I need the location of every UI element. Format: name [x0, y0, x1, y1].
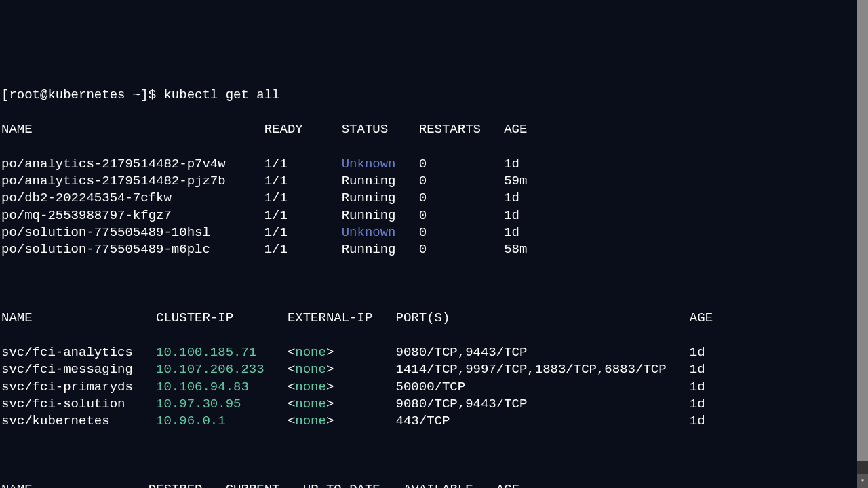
svc-row: svc/fci-messaging 10.107.206.233 <none> …	[1, 361, 852, 378]
pod-row: po/solution-775505489-10hsl 1/1 Unknown …	[1, 224, 852, 241]
command-line: [root@kubernetes ~]$ kubectl get all	[1, 87, 852, 104]
pod-row: po/mq-2553988797-kfgz7 1/1 Running 0 1d	[1, 207, 852, 224]
terminal-output[interactable]: [root@kubernetes ~]$ kubectl get all NAM…	[0, 68, 853, 488]
scrollbar-down-arrow[interactable]: ▾	[857, 474, 868, 488]
svc-row: svc/fci-analytics 10.100.185.71 <none> 9…	[1, 344, 852, 361]
scrollbar-thumb[interactable]	[857, 0, 868, 461]
svc-row: svc/fci-solution 10.97.30.95 <none> 9080…	[1, 396, 852, 413]
svc-header: NAME CLUSTER-IP EXTERNAL-IP PORT(S) AGE	[1, 310, 852, 327]
deploy-header: NAME DESIRED CURRENT UP-TO-DATE AVAILABL…	[1, 481, 852, 488]
prompt: [root@kubernetes ~]$	[1, 87, 163, 102]
scrollbar[interactable]: ▾	[857, 0, 868, 488]
svc-row: svc/fci-primaryds 10.106.94.83 <none> 50…	[1, 379, 852, 396]
pod-row: po/solution-775505489-m6plc 1/1 Running …	[1, 241, 852, 258]
svc-row: svc/kubernetes 10.96.0.1 <none> 443/TCP …	[1, 413, 852, 430]
pods-header: NAME READY STATUS RESTARTS AGE	[1, 121, 852, 138]
pod-row: po/db2-202245354-7cfkw 1/1 Running 0 1d	[1, 190, 852, 207]
pod-row: po/analytics-2179514482-p7v4w 1/1 Unknow…	[1, 156, 852, 173]
command: kubectl get all	[163, 87, 279, 102]
pod-row: po/analytics-2179514482-pjz7b 1/1 Runnin…	[1, 173, 852, 190]
